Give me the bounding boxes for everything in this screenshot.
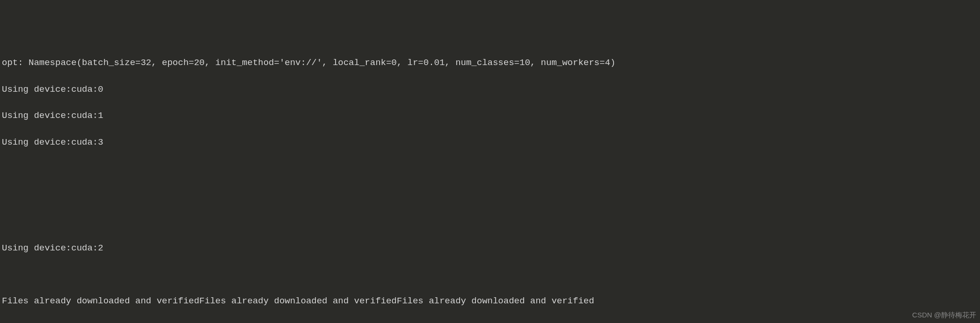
blank-line: [2, 162, 978, 175]
blank-line: [2, 215, 978, 228]
device-line-1: Using device:cuda:1: [2, 109, 978, 122]
watermark: CSDN @静待梅花开: [912, 310, 976, 321]
device-line-2: Using device:cuda:2: [2, 242, 978, 255]
device-line-3: Using device:cuda:3: [2, 136, 978, 149]
files-verified-line: Files already downloaded and verifiedFil…: [2, 294, 978, 308]
opt-line: opt: Namespace(batch_size=32, epoch=20, …: [2, 56, 978, 69]
device-line-0: Using device:cuda:0: [2, 83, 978, 96]
blank-line: [2, 268, 978, 281]
blank-line: [2, 189, 978, 202]
blank-line: [2, 321, 978, 323]
